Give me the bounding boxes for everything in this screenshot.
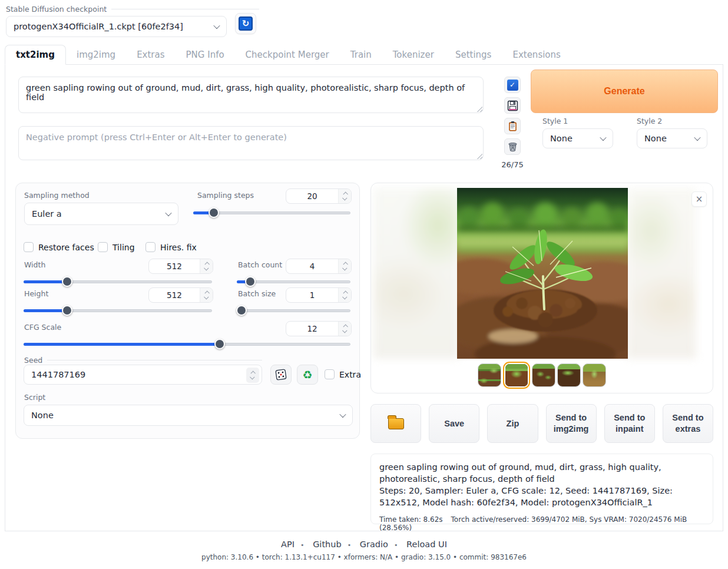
prompt-input[interactable]: green sapling rowing out of ground, mud,…: [18, 77, 484, 113]
github-link[interactable]: Github: [313, 540, 342, 549]
token-counter: 26/75: [501, 160, 523, 169]
time-taken: Time taken: 8.62s: [379, 515, 443, 524]
sampling-steps-slider[interactable]: [193, 207, 350, 218]
height-value[interactable]: [149, 288, 200, 302]
stepper-icon[interactable]: [338, 288, 351, 302]
save-style-button[interactable]: [504, 97, 521, 114]
gallery-thumbnail[interactable]: [557, 363, 581, 387]
script-label: Script: [24, 393, 45, 402]
main-tabbar: txt2img img2img Extras PNG Info Checkpoi…: [5, 45, 723, 65]
tab-extras[interactable]: Extras: [126, 45, 175, 64]
version-info: python: 3.10.6 • torch: 1.13.1+cu117 • x…: [0, 553, 728, 561]
gallery-thumbnail-selected[interactable]: [503, 362, 530, 389]
style2-value: None: [644, 134, 667, 143]
paste-generation-params-button[interactable]: ✓: [504, 77, 521, 93]
floppy-icon: [507, 100, 518, 111]
width-label: Width: [24, 260, 45, 269]
api-link[interactable]: API: [281, 540, 294, 549]
restore-faces-label: Restore faces: [38, 243, 94, 252]
sampling-steps-value[interactable]: [286, 189, 338, 203]
folder-icon: [388, 418, 404, 429]
negative-prompt-input[interactable]: [18, 126, 484, 160]
send-to-img2img-button[interactable]: Send to img2img: [546, 404, 597, 443]
restore-faces-checkbox[interactable]: Restore faces: [24, 242, 94, 252]
batch-count-value[interactable]: [286, 259, 338, 273]
style1-value: None: [550, 134, 573, 143]
hires-fix-checkbox[interactable]: Hires. fix: [145, 242, 197, 252]
info-performance: Time taken: 8.62sTorch active/reserved: …: [379, 512, 704, 532]
tab-txt2img[interactable]: txt2img: [5, 45, 66, 65]
style2-label: Style 2: [637, 117, 707, 125]
extra-seed-checkbox[interactable]: Extra: [325, 369, 361, 379]
stepper-icon[interactable]: [200, 288, 213, 302]
tab-img2img[interactable]: img2img: [66, 45, 126, 64]
trash-icon: [507, 141, 518, 153]
tab-checkpoint-merger[interactable]: Checkpoint Merger: [235, 45, 340, 64]
seed-value[interactable]: [24, 365, 244, 384]
separator: •: [300, 541, 305, 549]
reload-ui-link[interactable]: Reload UI: [406, 540, 447, 549]
send-to-extras-button[interactable]: Send to extras: [663, 404, 713, 443]
tiling-checkbox[interactable]: Tiling: [98, 242, 135, 252]
checkbox-icon: [98, 242, 108, 252]
tab-tokenizer[interactable]: Tokenizer: [382, 45, 445, 64]
width-value[interactable]: [149, 259, 200, 273]
batch-size-value[interactable]: [286, 288, 338, 302]
check-icon: ✓: [507, 80, 518, 91]
batch-size-label: Batch size: [238, 289, 276, 298]
sampling-method-value: Euler a: [32, 209, 62, 219]
refresh-icon: ↻: [239, 16, 253, 31]
generate-button[interactable]: Generate: [531, 70, 718, 113]
clear-prompt-button[interactable]: [504, 138, 521, 155]
gradio-link[interactable]: Gradio: [360, 540, 388, 549]
script-dropdown[interactable]: None: [24, 405, 353, 426]
footer: API• Github• Gradio• Reload UI python: 3…: [0, 540, 728, 561]
gallery-thumbnail[interactable]: [478, 363, 501, 387]
txt2img-panel: green sapling rowing out of ground, mud,…: [5, 65, 723, 531]
tab-extensions[interactable]: Extensions: [502, 45, 571, 64]
checkpoint-value: protogenX34OfficialR_1.ckpt [60fe2f34]: [14, 22, 183, 31]
close-icon[interactable]: ×: [691, 191, 707, 207]
sampling-steps-label: Sampling steps: [197, 191, 254, 200]
sampling-method-dropdown[interactable]: Euler a: [24, 203, 178, 225]
checkpoint-dropdown[interactable]: protogenX34OfficialR_1.ckpt [60fe2f34]: [6, 16, 227, 37]
tab-settings[interactable]: Settings: [445, 45, 502, 64]
stepper-icon[interactable]: [200, 259, 213, 273]
send-to-inpaint-button[interactable]: Send to inpaint: [604, 404, 655, 443]
prompt-tools: ✓: [502, 77, 522, 169]
style1-dropdown[interactable]: None: [542, 128, 613, 148]
gallery-thumbnail[interactable]: [532, 363, 555, 387]
batch-size-slider[interactable]: [237, 305, 350, 316]
open-folder-button[interactable]: [370, 404, 421, 443]
width-slider[interactable]: [24, 276, 212, 287]
apply-style-button[interactable]: [504, 118, 521, 134]
cfg-scale-slider[interactable]: [24, 339, 350, 349]
tab-png-info[interactable]: PNG Info: [176, 45, 235, 64]
cfg-scale-input: [286, 321, 352, 336]
info-prompt-text: green sapling rowing out of ground, mud,…: [379, 461, 704, 485]
hires-fix-label: Hires. fix: [160, 243, 197, 252]
stepper-icon[interactable]: [338, 189, 351, 203]
cfg-scale-value[interactable]: [286, 322, 338, 336]
save-button[interactable]: Save: [429, 404, 479, 443]
width-input: [148, 259, 213, 274]
gallery-thumbnail[interactable]: [583, 363, 606, 387]
batch-count-slider[interactable]: [237, 276, 350, 287]
reuse-seed-button[interactable]: ♻: [297, 365, 318, 385]
generated-image[interactable]: [457, 188, 628, 359]
zip-button[interactable]: Zip: [487, 404, 538, 443]
gallery-blur-right: [627, 188, 696, 359]
stepper-icon[interactable]: [246, 368, 259, 383]
random-seed-button[interactable]: [270, 365, 292, 385]
tab-train[interactable]: Train: [340, 45, 382, 64]
batch-size-input: [286, 287, 352, 303]
extra-label: Extra: [339, 370, 361, 379]
stepper-icon[interactable]: [338, 322, 351, 336]
height-input: [148, 287, 213, 303]
stepper-icon[interactable]: [338, 259, 351, 273]
height-slider[interactable]: [24, 305, 212, 316]
style2-dropdown[interactable]: None: [637, 128, 707, 148]
parameters-panel: Sampling method Euler a Sampling steps R…: [15, 183, 360, 439]
refresh-checkpoint-button[interactable]: ↻: [235, 13, 256, 34]
chevron-down-icon: [213, 22, 220, 29]
